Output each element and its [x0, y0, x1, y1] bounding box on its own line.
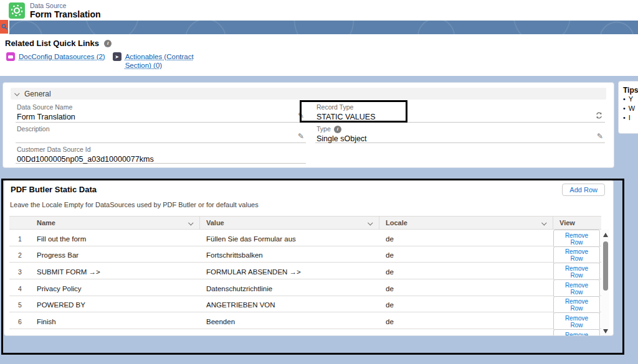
search-badge[interactable]: [0, 19, 9, 35]
row-name: Finish: [31, 318, 200, 325]
remove-row-button[interactable]: Remove Row: [553, 230, 600, 248]
chevron-down-icon: [368, 220, 373, 225]
table-row: 5 POWERED BY ANGETRIEBEN VON de Remove R…: [9, 296, 601, 313]
row-number: 6: [9, 318, 31, 325]
row-locale: de: [379, 318, 553, 325]
remove-row-button[interactable]: Remove Row: [553, 263, 600, 281]
scroll-down-arrow-icon[interactable]: [603, 329, 608, 334]
scroll-up-arrow-icon[interactable]: [603, 233, 608, 237]
chevron-down-icon: [541, 220, 546, 225]
page-title: Form Translation: [30, 9, 101, 19]
object-label: Data Source: [30, 2, 101, 9]
row-name: Progress Bar: [31, 251, 200, 259]
actionables-icon: [113, 52, 121, 61]
row-value: Füllen Sie das Formular aus: [200, 235, 379, 243]
field-data-source-name: Data Source Name Form Translation: [16, 101, 306, 123]
tip-item: Y: [623, 95, 638, 104]
remove-row-button[interactable]: Remove Row: [553, 329, 600, 336]
tips-card: Tips Y W I: [618, 81, 638, 134]
chevron-down-icon: [14, 91, 19, 96]
tip-item: I: [623, 113, 638, 123]
page-header-banner: [0, 21, 638, 34]
quick-link-docconfig: DocConfig Datasources (2): [6, 52, 105, 70]
scrollbar-thumb[interactable]: [603, 241, 608, 291]
row-name: Privacy Policy: [31, 285, 200, 292]
row-number: 1: [9, 235, 31, 243]
general-section-label: General: [24, 90, 51, 98]
search-icon: [1, 24, 7, 30]
quick-link-actionables: Actionables (Contract Section) (0): [113, 52, 195, 70]
row-value: FORMULAR ABSENDEN →>: [200, 268, 379, 276]
row-number: 2: [9, 251, 31, 259]
edit-pencil-icon[interactable]: [298, 132, 304, 141]
static-data-subtitle: Leave the Locale Empty for DataSources u…: [10, 201, 259, 208]
row-locale: de: [379, 301, 553, 309]
record-header: Data Source Form Translation: [0, 0, 638, 21]
table-row: 6 Finish Beenden de Remove Row: [9, 312, 601, 329]
pdf-butler-static-data-card: PDF Butler Static Data Add Row Leave the…: [4, 180, 614, 336]
row-locale: de: [379, 251, 553, 259]
actionables-link[interactable]: Actionables (Contract Section) (0): [125, 52, 195, 70]
row-number: 4: [9, 285, 31, 292]
table-row: 1 Fill out the form Füllen Sie das Formu…: [9, 230, 601, 246]
remove-row-button[interactable]: Remove Row: [553, 246, 600, 264]
row-locale: de: [379, 335, 553, 336]
general-section-card: General Data Source Name Form Translatio…: [2, 82, 614, 168]
data-source-object-icon: [9, 2, 25, 19]
edit-pencil-icon[interactable]: [298, 111, 304, 120]
row-value: Diese Form …: [200, 335, 379, 336]
remove-row-button[interactable]: Remove Row: [553, 279, 600, 297]
row-value: Fortschrittsbalken: [200, 251, 379, 259]
row-name: Fill out the form: [31, 235, 200, 243]
table-scrollbar[interactable]: [601, 230, 609, 336]
table-row: 2 Progress Bar Fortschrittsbalken de Rem…: [9, 246, 601, 263]
row-locale: de: [379, 268, 553, 276]
table-row: 4 Privacy Policy Datenschutzrichtlinie d…: [9, 279, 601, 296]
table-row: 3 SUBMIT FORM →> FORMULAR ABSENDEN →> de…: [9, 263, 601, 279]
field-record-type: Record Type STATIC VALUES: [315, 101, 605, 123]
row-locale: de: [379, 285, 553, 292]
tips-title: Tips: [623, 86, 638, 95]
quick-links-title: Related List Quick Links: [5, 39, 99, 48]
row-number: 3: [9, 268, 31, 276]
field-description: Description: [16, 123, 306, 143]
change-record-type-icon[interactable]: [595, 111, 603, 119]
column-header-locale[interactable]: Locale: [379, 217, 553, 229]
info-icon[interactable]: [334, 126, 341, 133]
row-locale: de: [379, 235, 553, 243]
related-list-quick-links: Related List Quick Links DocConfig Datas…: [0, 34, 638, 76]
row-number: 7: [9, 335, 31, 336]
row-value: ANGETRIEBEN VON: [200, 301, 379, 309]
row-name: SUBMIT FORM →>: [31, 268, 200, 276]
row-number: 5: [9, 301, 31, 309]
table-row: 7 This form … Diese Form … de Remove Row: [9, 329, 601, 336]
table-header: Name Value Locale View: [9, 216, 601, 230]
static-data-table: Name Value Locale View 1 Fill out the fo…: [9, 216, 609, 336]
row-value: Beenden: [200, 318, 379, 325]
chevron-down-icon: [188, 220, 193, 225]
docconfig-datasources-link[interactable]: DocConfig Datasources (2): [19, 52, 105, 61]
edit-pencil-icon[interactable]: [597, 132, 603, 141]
static-data-rows: 1 Fill out the form Füllen Sie das Formu…: [9, 230, 601, 336]
row-name: This form …: [31, 335, 200, 336]
app-window: Data Source Form Translation Related Lis…: [0, 0, 638, 364]
static-data-title: PDF Butler Static Data: [11, 185, 97, 194]
column-header-view: View: [553, 217, 601, 229]
remove-row-button[interactable]: Remove Row: [553, 296, 600, 314]
row-value: Datenschutzrichtlinie: [200, 285, 379, 292]
docconfig-datasource-icon: [6, 52, 15, 61]
row-name: POWERED BY: [31, 301, 200, 309]
general-section-header[interactable]: General: [11, 88, 606, 100]
column-header-name[interactable]: Name: [31, 217, 200, 229]
info-icon[interactable]: [104, 40, 112, 47]
remove-row-button[interactable]: Remove Row: [553, 312, 600, 330]
tip-item: W: [623, 104, 638, 113]
add-row-button[interactable]: Add Row: [562, 184, 605, 196]
column-header-value[interactable]: Value: [200, 217, 379, 229]
field-customer-data-source-id: Customer Data Source Id 00Dd1000005np05_…: [16, 143, 306, 164]
field-type: Type Single sObject: [315, 123, 605, 143]
